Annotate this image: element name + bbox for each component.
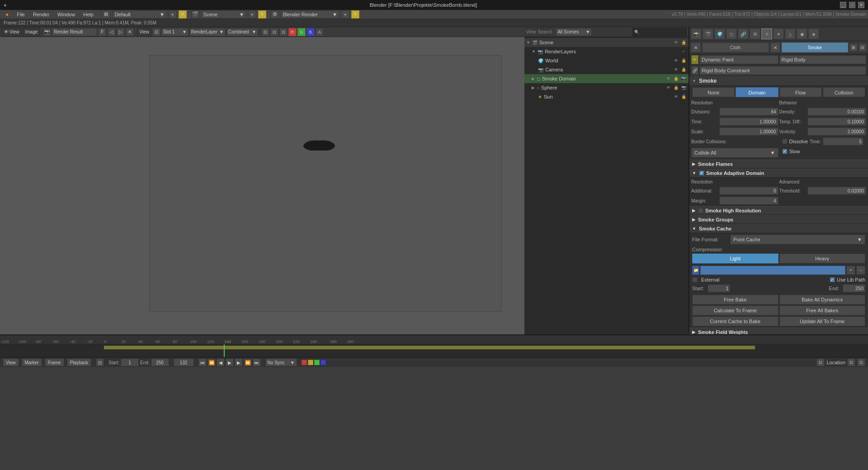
scene-add[interactable]: + — [248, 10, 256, 19]
path-input[interactable] — [700, 266, 845, 275]
path-folder-icon[interactable]: 📁 — [692, 266, 699, 275]
world-vis-icon[interactable]: 👁 — [673, 57, 679, 64]
smoke-tab-flow[interactable]: Flow — [779, 87, 822, 97]
scene-x[interactable]: ✕ — [258, 10, 266, 19]
prop-tab-scene[interactable]: 🎬 — [703, 28, 713, 39]
tree-item-renderlayers[interactable]: ▼ 📷 RenderLayers + — [524, 47, 689, 56]
color-btn-green[interactable] — [314, 360, 320, 365]
all-scenes-dropdown[interactable]: All Scenes▼ — [556, 28, 592, 36]
threshold-input[interactable]: 0.02000 — [807, 187, 867, 195]
tree-item-sphere[interactable]: ▶ ○ Sphere 👁 🔒 📷 — [524, 83, 689, 92]
end-frame[interactable]: 250 — [151, 358, 169, 367]
current-cache-to-bake-btn[interactable]: Current Cache to Bake — [692, 316, 778, 326]
file-format-dropdown[interactable]: Point Cache ▼ — [730, 235, 865, 244]
temp-diff-input[interactable]: 0.10000 — [807, 118, 867, 126]
loc-icon2[interactable]: ⊡ — [847, 358, 855, 367]
skip-end-btn[interactable]: ⏭ — [253, 358, 261, 367]
slot-dropdown[interactable]: Slot 1▼ — [161, 28, 189, 36]
timeline-body[interactable] — [0, 344, 868, 357]
menu-window[interactable]: Window — [54, 11, 79, 18]
nav-icon-1[interactable]: ◁ — [108, 28, 116, 36]
mod-smoke-btn[interactable]: Smoke — [782, 42, 849, 52]
prop-tab-constraints[interactable]: 🔗 — [738, 28, 749, 39]
sd-render-icon[interactable]: 📷 — [680, 75, 687, 82]
dissolve-time-input[interactable]: 5 — [823, 137, 863, 146]
color-btn-yellow[interactable] — [308, 360, 313, 365]
light-btn[interactable]: Light — [692, 254, 778, 263]
ch-g[interactable]: G — [297, 28, 306, 36]
viewport-content[interactable] — [0, 37, 524, 334]
ch-a[interactable]: A — [316, 28, 324, 36]
prop-tab-object[interactable]: ◻ — [726, 28, 737, 39]
highres-check[interactable] — [698, 208, 703, 213]
timeline-playback-btn[interactable]: Playback — [67, 358, 92, 367]
render-result-dropdown[interactable]: Render Result — [52, 28, 97, 36]
menu-help[interactable]: Help — [80, 11, 97, 18]
smoke-flames-header[interactable]: ▶ Smoke Flames — [689, 160, 868, 169]
bake-all-dynamics-btn[interactable]: Bake All Dynamics — [779, 295, 866, 305]
loc-icon1[interactable]: ⊡ — [816, 358, 825, 367]
rigid-body-btn[interactable]: Rigid Body — [779, 55, 867, 64]
menu-file[interactable]: File — [13, 11, 28, 18]
time-input[interactable]: 1.00000 — [719, 118, 778, 126]
calculate-to-frame-btn[interactable]: Calculate To Frame — [692, 306, 778, 315]
smoke-tab-none[interactable]: None — [692, 87, 735, 97]
scale-input[interactable]: 1.00000 — [719, 127, 778, 136]
outliner-search-field[interactable]: 🔍 — [632, 28, 687, 36]
scene-dropdown[interactable]: Scene▼ — [201, 10, 246, 19]
expand-icon[interactable]: ⊞ — [849, 43, 858, 52]
vp-image-btn[interactable]: Image — [23, 28, 40, 36]
tree-item-smoke-domain[interactable]: ▶ ◻ Smoke Domain 👁 🔒 📷 — [524, 74, 689, 83]
timeline-marker-btn[interactable]: Marker — [22, 358, 42, 367]
scene-vis-icon[interactable]: 👁 — [673, 39, 679, 46]
next-keyframe-btn[interactable]: ⏩ — [244, 358, 252, 367]
path-collapse-btn[interactable]: − — [856, 266, 865, 275]
dissolve-check[interactable] — [782, 139, 788, 144]
nav-icon-2[interactable]: ▷ — [117, 28, 125, 36]
renderer-add[interactable]: + — [341, 10, 349, 19]
workspace-icon[interactable]: ⊞ — [102, 10, 111, 19]
free-bake-btn[interactable]: Free Bake — [692, 295, 778, 305]
update-all-to-frame-btn[interactable]: Update All To Frame — [779, 316, 866, 326]
external-check[interactable] — [692, 277, 698, 282]
start-frame[interactable]: 1 — [121, 358, 139, 367]
play-btn[interactable]: ▶ — [226, 358, 234, 367]
sd-vis-icon[interactable]: 👁 — [665, 75, 671, 82]
rl-add-icon[interactable]: + — [680, 48, 687, 55]
view2-btn[interactable]: View — [137, 28, 151, 36]
window-controls[interactable]: _ □ ✕ — [840, 2, 864, 8]
ch-r[interactable]: R — [288, 28, 297, 36]
sync-dropdown[interactable]: No Sync ▼ — [265, 358, 297, 367]
start-input[interactable]: 1 — [708, 284, 730, 292]
lib-path-check[interactable] — [830, 277, 835, 282]
outliner-view-btn[interactable]: View — [526, 29, 536, 34]
color-btn-blue[interactable] — [321, 360, 326, 365]
tree-item-camera[interactable]: 📷 Camera 👁 🔒 — [524, 65, 689, 74]
end-input[interactable]: 250 — [843, 284, 865, 292]
path-expand-btn[interactable]: + — [846, 266, 855, 275]
sp-render-icon[interactable]: 📷 — [680, 85, 687, 91]
mod-smoke-x[interactable]: ✕ — [770, 42, 780, 52]
outliner-search-btn[interactable]: Search — [538, 29, 552, 34]
tree-item-sun[interactable]: ☀ Sun 👁 🔒 — [524, 92, 689, 101]
close-button[interactable]: ✕ — [858, 2, 864, 8]
workspace-dropdown[interactable]: Default▼ — [113, 10, 167, 19]
smoke-highres-header[interactable]: ▶ Smoke High Resolution — [689, 206, 868, 215]
sp-lock-icon[interactable]: 🔒 — [673, 85, 679, 91]
color-btn-red[interactable] — [302, 360, 307, 365]
prop-tab-particles[interactable]: ✦ — [773, 28, 784, 39]
menu-blender[interactable]: ● — [2, 10, 12, 19]
free-all-bakes-btn[interactable]: Free All Bakes — [779, 306, 866, 315]
prop-tab-render[interactable]: 📸 — [691, 28, 702, 39]
scene-lock-icon[interactable]: 🔒 — [680, 39, 687, 46]
mod-add-icon[interactable]: ✕ — [691, 42, 701, 52]
workspace-add[interactable]: + — [169, 10, 177, 19]
vp-view-btn[interactable]: 👁 View — [2, 28, 22, 36]
combined-dropdown[interactable]: Combined▼ — [226, 28, 258, 36]
renderer-x[interactable]: ✕ — [351, 10, 359, 19]
smoke-field-weights-header[interactable]: ▶ Smoke Field Weights — [689, 328, 868, 334]
dp-icon[interactable]: ✏ — [691, 55, 698, 64]
skip-start-btn[interactable]: ⏮ — [198, 358, 207, 367]
world-lock-icon[interactable]: 🔒 — [680, 57, 687, 64]
prev-keyframe-btn[interactable]: ⏪ — [208, 358, 216, 367]
